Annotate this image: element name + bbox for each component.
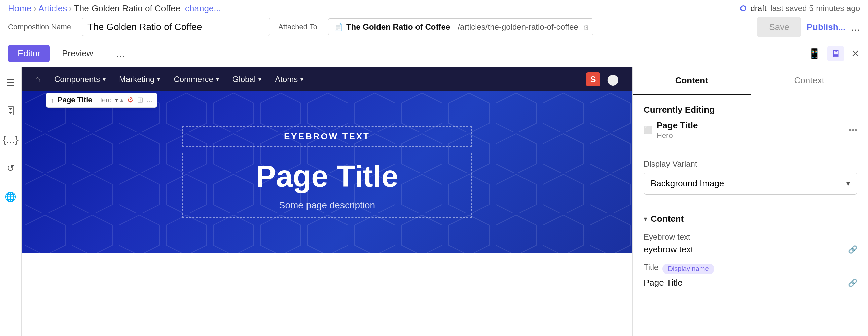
draft-status: draft last saved 5 minutes ago <box>740 4 860 13</box>
sidebar-icon-code[interactable]: {…} <box>0 131 22 148</box>
ft-grid-icon[interactable]: ⊞ <box>137 96 143 104</box>
currently-editing-section: Currently Editing ⬜ Page Title Hero ••• <box>633 95 868 150</box>
eyebrow-field-value[interactable]: eyebrow text <box>644 244 693 255</box>
ft-more-button[interactable]: ... <box>146 96 152 104</box>
attached-title: The Golden Ratio of Coffee <box>346 22 450 32</box>
toolbar-more-button[interactable]: ... <box>116 47 125 60</box>
hero-section: EYEBROW TEXT Page Title Some page descri… <box>22 91 632 253</box>
publish-button[interactable]: Publish... <box>807 22 846 32</box>
content-section: ▾ Content Eyebrow text eyebrow text 🔗 Ti… <box>633 204 868 305</box>
ft-chevron-icon: ▾ <box>115 96 118 104</box>
page-title-icon: ⬜ <box>644 126 653 135</box>
display-variant-label: Display Variant <box>644 159 857 169</box>
eyebrow-field-label: Eyebrow text <box>644 232 857 242</box>
main-layout: ☰ 🗄 {…} ↺ 🌐 ⌂ Components ▾ Marketing ▾ C… <box>0 67 868 336</box>
draft-label: draft <box>750 4 766 13</box>
title-field-row: Page Title 🔗 <box>644 277 857 288</box>
eyebrow-field-group: Eyebrow text eyebrow text 🔗 <box>644 232 857 255</box>
ft-up-icon: ▴ <box>120 96 123 104</box>
meta-row: Composition Name Attached To 📄 The Golde… <box>8 17 860 37</box>
toolbar-separator <box>108 47 108 61</box>
nav-github-icon: ⬤ <box>607 73 619 86</box>
display-variant-chevron-icon: ▾ <box>846 179 850 188</box>
ft-settings-icon[interactable]: ⚙ <box>127 96 133 104</box>
ft-dropdown[interactable]: ▾ ▴ <box>115 96 123 104</box>
content-header: ▾ Content <box>644 214 857 224</box>
nav-s-logo: S <box>586 72 600 86</box>
top-bar: Home › Articles › The Golden Ratio of Co… <box>0 0 868 40</box>
currently-editing-title: Currently Editing <box>644 104 857 115</box>
composition-name-label: Composition Name <box>8 23 71 31</box>
display-variant-value: Background Image <box>651 178 724 189</box>
last-saved: last saved 5 minutes ago <box>771 4 860 13</box>
title-label-row: Title Display name <box>644 263 857 275</box>
right-panel: Content Context Currently Editing ⬜ Page… <box>632 67 868 336</box>
eyebrow-field-row: eyebrow text 🔗 <box>644 244 857 255</box>
nav-item-components[interactable]: Components ▾ <box>54 75 106 84</box>
sidebar-icon-menu[interactable]: ☰ <box>3 74 18 92</box>
breadcrumb: Home › Articles › The Golden Ratio of Co… <box>8 3 860 14</box>
tab-content[interactable]: Content <box>633 67 751 95</box>
preview-tab[interactable]: Preview <box>55 45 100 62</box>
mobile-preview-icon[interactable]: 📱 <box>808 48 820 60</box>
more-options-button[interactable]: ... <box>851 21 860 33</box>
breadcrumb-sep-1: › <box>33 3 36 14</box>
breadcrumb-articles[interactable]: Articles <box>38 3 67 14</box>
sidebar-icon-globe[interactable]: 🌐 <box>1 188 20 206</box>
left-sidebar: ☰ 🗄 {…} ↺ 🌐 <box>0 67 22 336</box>
currently-editing-sub: Hero <box>657 131 698 140</box>
currently-editing-row: ⬜ Page Title Hero ••• <box>644 120 857 140</box>
content-chevron-icon[interactable]: ▾ <box>644 215 647 224</box>
attached-pill: 📄 The Golden Ratio of Coffee /articles/t… <box>328 19 593 35</box>
top-actions: Save Publish... ... <box>757 17 860 37</box>
floating-toolbar: ↑ Page Title Hero ▾ ▴ ⚙ ⊞ ... <box>46 93 157 107</box>
title-field-value[interactable]: Page Title <box>644 277 683 288</box>
nav-item-marketing[interactable]: Marketing ▾ <box>119 75 160 84</box>
currently-editing-more[interactable]: ••• <box>849 126 857 135</box>
display-variant-section: Display Variant Background Image ▾ <box>633 150 868 204</box>
doc-icon: 📄 <box>334 23 343 31</box>
eyebrow-text: EYEBROW TEXT <box>284 131 370 141</box>
breadcrumb-change[interactable]: change... <box>185 3 221 14</box>
breadcrumb-sep-2: › <box>69 3 72 14</box>
ft-label: Page Title <box>58 96 93 104</box>
title-field-group: Title Display name Page Title 🔗 <box>644 263 857 288</box>
currently-editing-name: Page Title <box>657 120 698 131</box>
hero-description: Some page description <box>196 200 458 211</box>
canvas-area: ⌂ Components ▾ Marketing ▾ Commerce ▾ Gl… <box>22 67 632 336</box>
breadcrumb-home[interactable]: Home <box>8 3 31 14</box>
toolbar: Editor Preview ... 📱 🖥 ✕ <box>0 40 868 67</box>
breadcrumb-current: The Golden Ratio of Coffee <box>74 3 180 14</box>
hero-title: Page Title <box>196 160 458 193</box>
hero-content: EYEBROW TEXT Page Title Some page descri… <box>182 126 472 218</box>
display-variant-select[interactable]: Background Image ▾ <box>644 173 857 195</box>
editor-tab[interactable]: Editor <box>8 45 50 62</box>
eyebrow-link-icon: 🔗 <box>848 245 857 254</box>
currently-editing-info: Page Title Hero <box>657 120 698 140</box>
save-button[interactable]: Save <box>757 17 801 37</box>
attached-url: /articles/the-golden-ratio-of-coffee <box>458 22 578 32</box>
panel-tabs: Content Context <box>633 67 868 95</box>
desktop-preview-icon[interactable]: 🖥 <box>827 46 844 62</box>
draft-dot-icon <box>740 5 746 11</box>
eyebrow-box[interactable]: EYEBROW TEXT <box>182 126 472 147</box>
preview-nav: ⌂ Components ▾ Marketing ▾ Commerce ▾ Gl… <box>22 67 632 91</box>
close-button[interactable]: ✕ <box>851 47 860 60</box>
attached-to-label: Attached To <box>278 23 317 31</box>
ft-back-button[interactable]: ↑ <box>51 96 54 104</box>
nav-item-atoms[interactable]: Atoms ▾ <box>275 75 304 84</box>
nav-item-commerce[interactable]: Commerce ▾ <box>174 75 219 84</box>
nav-right: S ⬤ <box>586 72 619 86</box>
sidebar-icon-history[interactable]: ↺ <box>3 159 18 177</box>
title-box[interactable]: Page Title Some page description <box>182 153 472 218</box>
nav-item-global[interactable]: Global ▾ <box>232 75 261 84</box>
nav-home-icon[interactable]: ⌂ <box>35 74 41 85</box>
copy-icon[interactable]: ⎘ <box>584 23 588 31</box>
title-link-icon: 🔗 <box>848 278 857 287</box>
sidebar-icon-database[interactable]: 🗄 <box>3 102 19 120</box>
ft-sub-label: Hero <box>97 96 112 104</box>
composition-name-input[interactable] <box>82 18 270 36</box>
tab-context[interactable]: Context <box>751 67 868 95</box>
display-name-badge: Display name <box>662 264 714 274</box>
toolbar-icons: 📱 🖥 ✕ <box>808 46 860 62</box>
